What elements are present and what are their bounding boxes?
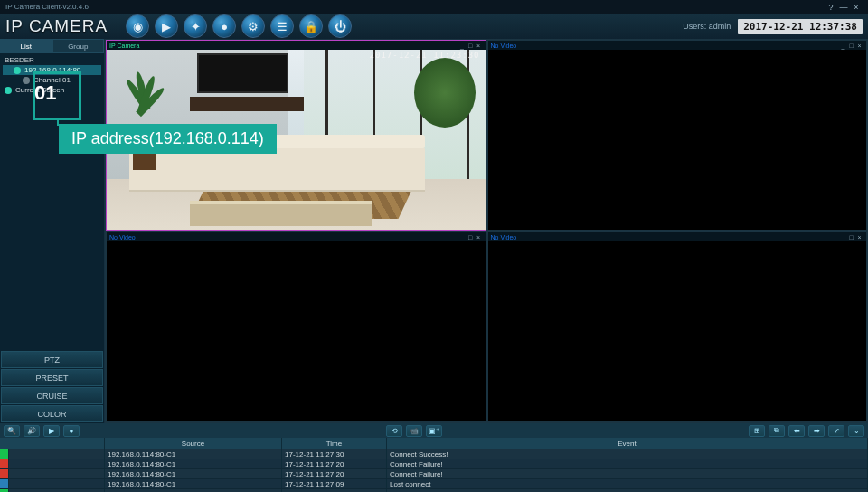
tree-bullet-icon [5, 87, 12, 94]
ctrl-right-2[interactable]: ⬅ [788, 425, 805, 437]
sidebar-button-ptz[interactable]: PTZ [1, 351, 103, 368]
toolbar-button-6[interactable]: 🔒 [299, 14, 323, 38]
minimize-button[interactable]: — [837, 3, 850, 12]
toolbar-button-4[interactable]: ⚙ [241, 14, 265, 38]
tree-label: BESDER [5, 56, 34, 64]
ctrl-left-0[interactable]: 🔍 [4, 425, 20, 437]
log-source: 192.168.0.114:80-C1 [105, 459, 282, 468]
ctrl-mid-2[interactable]: ▣⁺ [426, 425, 442, 437]
ctrl-right-3[interactable]: ➡ [808, 425, 825, 437]
sidebar-button-preset[interactable]: PRESET [1, 369, 103, 386]
pane-control-0[interactable]: _ [458, 43, 467, 49]
pane-control-1[interactable]: □ [467, 43, 475, 49]
log-header-source: Source [105, 438, 282, 449]
tab-group[interactable]: Group [52, 39, 105, 53]
pane-control-1[interactable]: □ [847, 234, 855, 241]
pane-control-1[interactable]: □ [467, 234, 475, 241]
pane-control-2[interactable]: × [855, 234, 863, 241]
pane-control-2[interactable]: × [475, 234, 483, 241]
log-status-icon [0, 469, 9, 478]
pane-title: No Video [491, 234, 517, 241]
pane-control-0[interactable]: _ [839, 43, 847, 49]
log-status-icon [0, 459, 9, 468]
toolbar-button-3[interactable]: ● [212, 14, 236, 38]
log-event: Connect Failure! [387, 469, 868, 478]
video-pane-3[interactable]: No Video_□× [106, 232, 486, 422]
brand-logo: IP CAMERA [5, 16, 108, 36]
pane-control-2[interactable]: × [855, 43, 863, 49]
pane-control-0[interactable]: _ [839, 234, 847, 241]
log-header-time: Time [282, 438, 387, 449]
log-row[interactable]: 192.168.0.114:80-C117-12-21 11:27:09Lost… [0, 479, 868, 489]
users-label: Users: admin [683, 22, 731, 31]
toolbar-button-7[interactable]: ⏻ [328, 14, 352, 38]
log-event: Lost connect [387, 479, 868, 488]
log-row[interactable]: 192.168.0.114:80-C117-12-21 11:27:20Conn… [0, 469, 868, 479]
tree-bullet-icon [23, 77, 30, 84]
help-button[interactable]: ? [825, 3, 837, 12]
ctrl-right-4[interactable]: ⤢ [828, 425, 844, 437]
close-button[interactable]: × [850, 3, 863, 12]
log-time: 17-12-21 11:27:09 [282, 479, 387, 488]
ctrl-mid-0[interactable]: ⟲ [386, 425, 402, 437]
log-source: 192.168.0.114:80-C1 [105, 479, 282, 488]
pane-control-0[interactable]: _ [458, 234, 467, 241]
toolbar-button-1[interactable]: ▶ [155, 14, 178, 38]
log-time: 17-12-21 11:27:20 [282, 459, 387, 468]
log-status-icon [0, 449, 9, 459]
tree-bullet-icon [14, 67, 21, 74]
ctrl-right-1[interactable]: ⧉ [769, 425, 785, 437]
pane-control-2[interactable]: × [475, 43, 483, 49]
tree-node-0[interactable]: BESDER [3, 55, 101, 65]
log-row[interactable]: 192.168.0.114:80-C117-12-21 11:27:30Conn… [0, 449, 868, 459]
pane-title: IP Camera [109, 43, 139, 49]
pane-title: No Video [491, 43, 517, 49]
log-source: 192.168.0.114:80-C1 [105, 469, 282, 478]
annotation-label: IP address(192.168.0.114) [59, 124, 277, 154]
ctrl-left-3[interactable]: ● [63, 425, 80, 437]
video-pane-2[interactable]: No Video_□× [487, 40, 868, 231]
ctrl-left-1[interactable]: 🔊 [24, 425, 40, 437]
app-title: IP Camera Client-v2.0.4.6 [5, 3, 89, 11]
log-status-icon [0, 479, 9, 488]
log-time: 17-12-21 11:27:30 [282, 449, 387, 459]
ctrl-mid-1[interactable]: 📹 [406, 425, 422, 437]
toolbar-button-0[interactable]: ◉ [126, 14, 149, 38]
tab-list[interactable]: List [0, 39, 52, 53]
log-row[interactable]: 192.168.0.114:80-C117-12-21 11:27:20Conn… [0, 459, 868, 469]
log-header-event: Event [387, 438, 868, 449]
video-pane-4[interactable]: No Video_□× [487, 232, 868, 422]
feed-timestamp: 2017-12-21 11:23:30 [370, 51, 480, 60]
sidebar-button-cruise[interactable]: CRUISE [1, 387, 103, 404]
annotation-number: 01 [34, 81, 56, 105]
ctrl-right-0[interactable]: ⊞ [749, 425, 765, 437]
pane-title: No Video [109, 234, 136, 241]
pane-control-1[interactable]: □ [847, 43, 855, 49]
log-time: 17-12-21 11:27:20 [282, 469, 387, 478]
log-event: Connect Failure! [387, 459, 868, 468]
toolbar-button-5[interactable]: ☰ [270, 14, 294, 38]
ctrl-right-5[interactable]: ⌄ [848, 425, 864, 437]
log-event: Connect Success! [387, 449, 868, 459]
log-source: 192.168.0.114:80-C1 [105, 449, 282, 459]
sidebar-button-color[interactable]: COLOR [1, 405, 103, 422]
clock-display: 2017-12-21 12:37:38 [738, 19, 863, 34]
ctrl-left-2[interactable]: ▶ [43, 425, 60, 437]
toolbar-button-2[interactable]: ✦ [184, 14, 207, 38]
